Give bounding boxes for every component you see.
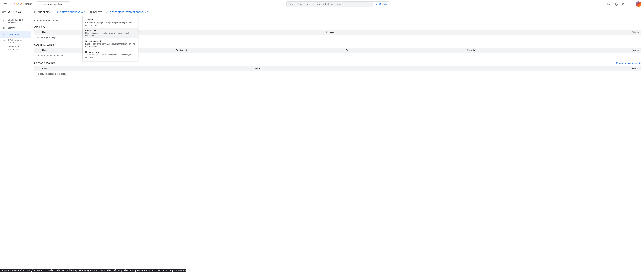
svg-point-3 <box>40 4 40 5</box>
sidebar: API APIs & Services Enabled APIs & servi… <box>0 8 31 272</box>
agreements-icon <box>2 47 5 49</box>
main-content: Credentials CREATE CREDENTIALS DELETE RE… <box>31 8 644 272</box>
consent-icon <box>2 40 5 42</box>
api-keys-title: API Keys <box>34 25 45 28</box>
search-button-label: Search <box>379 3 387 5</box>
header-utilities <box>606 1 643 7</box>
dropdown-item-title: OAuth client ID <box>85 29 136 32</box>
google-cloud-logo[interactable]: Google Cloud <box>10 2 34 6</box>
status-bar-url: https://console.cloud.google.com/apis/cr… <box>0 269 186 272</box>
library-icon <box>2 26 6 29</box>
delete-label: DELETE <box>93 11 102 13</box>
search-icon <box>375 2 378 5</box>
sidebar-item-enabled-apis[interactable]: Enabled APIs & services <box>0 18 31 24</box>
dropdown-item-desc: Enables server-to-server, app-level auth… <box>85 43 136 48</box>
sidebar-item-credentials[interactable]: Credentials <box>0 31 31 38</box>
svg-point-2 <box>38 4 39 5</box>
account-avatar[interactable] <box>636 1 641 7</box>
dropdown-item-title: API key <box>85 18 136 21</box>
arrow-down-icon: ↓ <box>188 49 190 51</box>
svg-rect-10 <box>3 27 3 29</box>
sidebar-item-label: Credentials <box>8 33 19 36</box>
search-input[interactable] <box>289 3 371 5</box>
top-header: Google Cloud test-google-social-page Sea… <box>0 0 644 8</box>
chevron-left-icon <box>3 266 6 269</box>
dropdown-item-title: Service account <box>85 40 136 42</box>
trash-icon <box>90 11 92 14</box>
plus-icon <box>56 11 59 14</box>
dropdown-item-desc: Requests user consent so your app can ac… <box>85 32 136 37</box>
select-all-checkbox[interactable] <box>36 49 39 51</box>
col-type[interactable]: Type <box>344 48 466 53</box>
svg-rect-12 <box>4 27 5 29</box>
svg-rect-11 <box>4 27 4 29</box>
service-accounts-table: Email Name↑ Actions No service accounts … <box>34 66 641 77</box>
sidebar-item-oauth-consent[interactable]: OAuth consent screen <box>0 38 31 45</box>
cloud-label: Cloud <box>22 2 32 6</box>
svg-point-6 <box>631 3 631 3</box>
nav-menu-button[interactable] <box>1 0 10 8</box>
search-button[interactable]: Search <box>373 1 389 7</box>
col-creation-date[interactable]: Creation date↓ <box>174 48 344 53</box>
search-container: Search <box>70 1 606 7</box>
oauth-title: OAuth 2.0 Client I <box>34 43 56 46</box>
dropdown-item-desc: Identifies your project using a simple A… <box>85 21 136 26</box>
project-icon <box>38 3 40 5</box>
sidebar-item-page-usage[interactable]: Page usage agreements <box>0 45 31 51</box>
notifications-button[interactable] <box>613 1 620 7</box>
api-badge: API <box>2 11 6 14</box>
more-vert-icon <box>630 2 633 6</box>
col-actions: Actions <box>628 48 641 53</box>
manage-service-accounts-link[interactable]: Manage service accounts <box>616 62 641 64</box>
help-button[interactable] <box>620 1 627 7</box>
dropdown-item-help-choose[interactable]: Help me choose Asks a few questions to h… <box>82 49 138 60</box>
dropdown-item-oauth-client[interactable]: OAuth client ID Requests user consent so… <box>82 28 138 38</box>
create-credentials-button[interactable]: CREATE CREDENTIALS <box>56 11 86 14</box>
svg-point-8 <box>631 5 631 5</box>
svg-rect-4 <box>608 3 610 5</box>
restore-icon <box>106 11 109 14</box>
svg-point-1 <box>40 3 40 4</box>
more-options-button[interactable] <box>628 1 634 7</box>
sidebar-item-library[interactable]: Library <box>0 24 31 31</box>
sidebar-item-label: Page usage agreements <box>8 45 29 50</box>
dropdown-item-title: Help me choose <box>85 51 136 53</box>
col-email[interactable]: Email <box>41 66 253 71</box>
select-all-checkbox[interactable] <box>36 31 39 33</box>
dropdown-item-desc: Asks a few questions to help you decide … <box>85 54 136 59</box>
col-client-id[interactable]: Client ID <box>466 48 628 53</box>
key-icon <box>2 33 6 36</box>
service-accounts-title: Service Accounts <box>34 62 55 65</box>
restore-button[interactable]: RESTORE DELETED CREDENTIALS <box>106 11 148 14</box>
select-all-checkbox[interactable] <box>36 67 39 69</box>
google-logo-text: Google <box>11 2 22 6</box>
enabled-apis-icon <box>2 20 5 22</box>
sidebar-item-label: Library <box>8 26 15 29</box>
col-restrictions[interactable]: Restrictions <box>324 30 628 35</box>
svg-point-0 <box>38 3 39 4</box>
restore-label: RESTORE DELETED CREDENTIALS <box>110 11 148 13</box>
sidebar-item-label: OAuth consent screen <box>8 39 29 44</box>
service-empty: No service accounts to display <box>34 71 641 77</box>
cloud-shell-button[interactable] <box>606 1 612 7</box>
svg-point-7 <box>631 4 631 4</box>
page-header: Credentials CREATE CREDENTIALS DELETE RE… <box>31 8 644 16</box>
hamburger-icon <box>4 2 7 5</box>
page-title: Credentials <box>34 10 50 14</box>
dropdown-item-api-key[interactable]: API key Identifies your project using a … <box>82 17 138 28</box>
create-credentials-label: CREATE CREDENTIALS <box>60 11 86 13</box>
col-name[interactable]: Name↑ <box>253 66 628 71</box>
dropdown-item-service-account[interactable]: Service account Enables server-to-server… <box>82 38 138 49</box>
delete-button[interactable]: DELETE <box>90 11 102 14</box>
search-box[interactable] <box>286 1 373 7</box>
svg-point-13 <box>3 34 4 35</box>
help-icon <box>622 2 626 6</box>
bell-icon <box>615 2 618 6</box>
chevron-down-icon <box>65 2 68 5</box>
project-selector[interactable]: test-google-social-page <box>37 1 70 7</box>
terminal-icon <box>607 2 611 6</box>
create-credentials-dropdown: API key Identifies your project using a … <box>82 16 138 61</box>
col-actions: Actions <box>628 66 641 71</box>
sidebar-header[interactable]: API APIs & Services <box>0 8 31 16</box>
project-name: test-google-social-page <box>42 3 64 5</box>
